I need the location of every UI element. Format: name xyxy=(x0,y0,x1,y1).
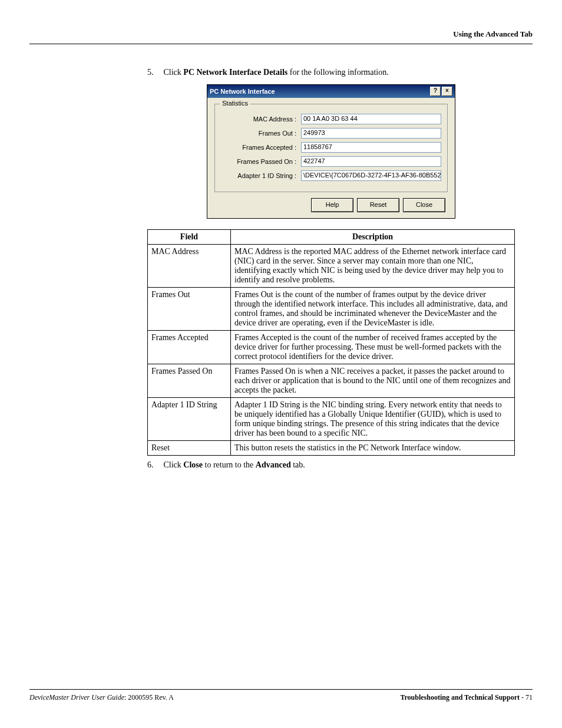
frames-out-label: Frames Out : xyxy=(221,130,301,137)
step-6-bold-2: Advanced xyxy=(256,460,291,469)
frames-accepted-label: Frames Accepted : xyxy=(221,144,301,151)
dialog-title: PC Network Interface xyxy=(210,88,275,95)
frames-passed-on-label: Frames Passed On : xyxy=(221,158,301,165)
step-5-text-pre: Click xyxy=(164,68,184,77)
dialog-help-button[interactable]: ? xyxy=(430,87,441,96)
field-cell: Adapter 1 ID String xyxy=(148,398,231,441)
table-row: Frames Out Frames Out is the count of th… xyxy=(148,288,515,331)
table-row: Frames Passed On Frames Passed On is whe… xyxy=(148,364,515,398)
frames-out-field[interactable]: 249973 xyxy=(301,128,441,139)
adapter-id-label: Adapter 1 ID String : xyxy=(221,172,301,179)
desc-cell: Adapter 1 ID String is the NIC binding s… xyxy=(231,398,515,441)
table-row: Adapter 1 ID String Adapter 1 ID String … xyxy=(148,398,515,441)
table-header-field: Field xyxy=(148,230,231,245)
field-cell: MAC Address xyxy=(148,245,231,288)
step-5-bold: PC Network Interface Details xyxy=(183,68,287,77)
step-6-bold-1: Close xyxy=(183,460,203,469)
footer-rule xyxy=(29,689,533,690)
footer-revision: : 2000595 Rev. A xyxy=(124,693,174,701)
statistics-group: Statistics MAC Address : 00 1A A0 3D 63 … xyxy=(214,104,448,192)
footer-section-title: Troubleshooting and Technical Support xyxy=(400,693,520,701)
header-rule xyxy=(29,44,533,44)
step-5-text-post: for the following information. xyxy=(287,68,388,77)
field-cell: Frames Out xyxy=(148,288,231,331)
frames-passed-on-field[interactable]: 422747 xyxy=(301,156,441,167)
desc-cell: Frames Accepted is the count of the numb… xyxy=(231,331,515,364)
step-5-number: 5. xyxy=(147,68,161,77)
desc-cell: This button resets the statistics in the… xyxy=(231,441,515,456)
footer-page-number: - 71 xyxy=(520,693,533,701)
mac-address-label: MAC Address : xyxy=(221,116,301,123)
table-row: Reset This button resets the statistics … xyxy=(148,441,515,456)
step-6-number: 6. xyxy=(147,460,161,470)
step-6: 6. Click Close to return to the Advanced… xyxy=(147,460,515,470)
help-button[interactable]: Help xyxy=(311,198,353,212)
step-5: 5. Click PC Network Interface Details fo… xyxy=(147,68,515,77)
dialog-close-button[interactable]: × xyxy=(442,87,452,96)
mac-address-field[interactable]: 00 1A A0 3D 63 44 xyxy=(301,114,441,124)
field-cell: Frames Accepted xyxy=(148,331,231,364)
page-header-section: Using the Advanced Tab xyxy=(29,29,533,39)
table-row: MAC Address MAC Address is the reported … xyxy=(148,245,515,288)
desc-cell: Frames Passed On is when a NIC receives … xyxy=(231,364,515,398)
field-cell: Reset xyxy=(148,441,231,456)
desc-cell: Frames Out is the count of the number of… xyxy=(231,288,515,331)
step-6-text-pre: Click xyxy=(164,460,184,469)
step-6-text-mid: to return to the xyxy=(203,460,256,469)
page-footer: DeviceMaster Driver User Guide: 2000595 … xyxy=(29,685,533,702)
pc-network-interface-dialog: PC Network Interface ? × Statistics MAC … xyxy=(207,84,455,219)
table-row: Frames Accepted Frames Accepted is the c… xyxy=(148,331,515,364)
adapter-id-field[interactable]: \DEVICE\{7C067D6D-3272-4F13-AF36-80B5521… xyxy=(301,170,441,181)
field-description-table: Field Description MAC Address MAC Addres… xyxy=(147,229,515,456)
field-cell: Frames Passed On xyxy=(148,364,231,398)
step-6-text-post: tab. xyxy=(291,460,305,469)
close-button[interactable]: Close xyxy=(403,198,445,212)
table-header-description: Description xyxy=(231,230,515,245)
statistics-group-title: Statistics xyxy=(220,100,250,107)
reset-button[interactable]: Reset xyxy=(357,198,399,212)
dialog-titlebar: PC Network Interface ? × xyxy=(207,85,455,98)
footer-guide-title: DeviceMaster Driver User Guide xyxy=(29,693,124,701)
frames-accepted-field[interactable]: 11858767 xyxy=(301,142,441,153)
desc-cell: MAC Address is the reported MAC address … xyxy=(231,245,515,288)
